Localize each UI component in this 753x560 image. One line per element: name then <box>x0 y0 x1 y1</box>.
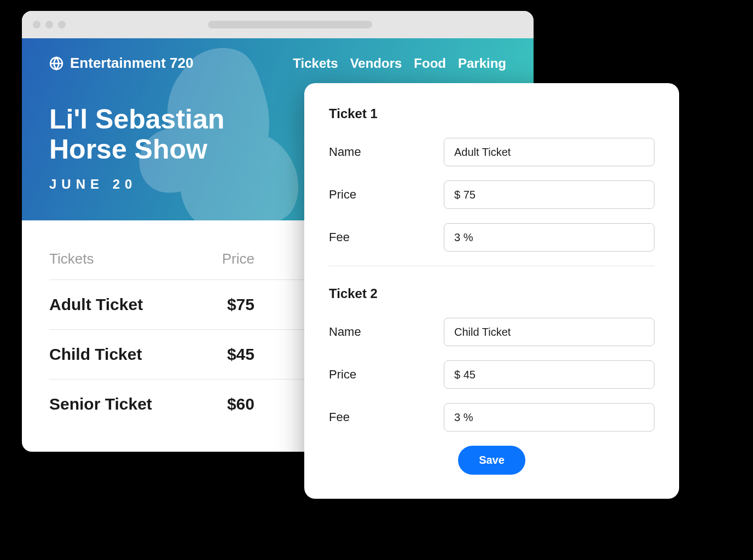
ticket-section-2: Ticket 2 Name Price Fee <box>329 286 654 431</box>
fee-input[interactable] <box>444 223 654 252</box>
event-title-line1: Li'l Sebastian <box>49 104 506 135</box>
name-input[interactable] <box>444 318 654 346</box>
ticket-section-title: Ticket 2 <box>329 286 654 301</box>
ticket-name: Senior Ticket <box>49 395 152 413</box>
browser-chrome <box>22 11 534 38</box>
ticket-price: $45 <box>227 345 254 364</box>
form-row-fee: Fee <box>329 223 654 252</box>
nav-parking[interactable]: Parking <box>458 56 506 71</box>
traffic-light-close[interactable] <box>33 21 40 28</box>
brand-name: Entertainment 720 <box>70 55 193 72</box>
nav-links: Tickets Vendors Food Parking <box>293 56 506 71</box>
ticket-price: $60 <box>227 395 254 413</box>
price-input[interactable] <box>444 360 654 389</box>
nav-vendors[interactable]: Vendors <box>350 56 402 71</box>
event-title-line2: Horse Show <box>49 135 506 165</box>
header-tickets: Tickets <box>49 250 94 267</box>
traffic-light-zoom[interactable] <box>58 21 66 28</box>
fee-label: Fee <box>329 230 444 244</box>
fee-label: Fee <box>329 410 444 424</box>
section-divider <box>329 266 654 266</box>
ticket-price: $75 <box>227 295 254 314</box>
globe-icon <box>49 56 63 71</box>
event-title: Li'l Sebastian Horse Show <box>49 104 506 165</box>
price-label: Price <box>329 368 444 382</box>
traffic-light-minimize[interactable] <box>45 21 53 28</box>
ticket-name: Child Ticket <box>49 345 142 364</box>
form-row-name: Name <box>329 318 654 346</box>
nav-tickets[interactable]: Tickets <box>293 56 338 71</box>
save-button[interactable]: Save <box>458 446 525 475</box>
traffic-lights <box>33 21 66 28</box>
name-label: Name <box>329 325 444 339</box>
form-row-price: Price <box>329 360 654 389</box>
event-date: JUNE 20 <box>49 177 506 192</box>
hero-top: Entertainment 720 Tickets Vendors Food P… <box>49 55 506 72</box>
header-price: Price <box>222 250 254 267</box>
fee-input[interactable] <box>444 403 654 431</box>
url-bar[interactable] <box>208 21 372 28</box>
form-row-fee: Fee <box>329 403 654 431</box>
ticket-name: Adult Ticket <box>49 295 143 314</box>
nav-food[interactable]: Food <box>414 56 446 71</box>
brand: Entertainment 720 <box>49 55 193 72</box>
